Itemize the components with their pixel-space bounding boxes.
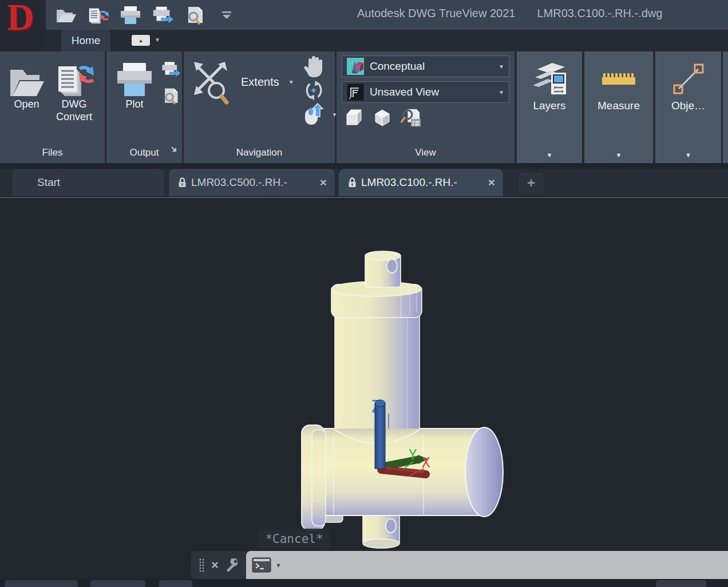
visual-style-value: Conceptual (370, 60, 488, 73)
panel-view: Conceptual ▼ Unsaved View ▼ (337, 51, 515, 163)
close-icon[interactable]: × (211, 558, 219, 573)
application-menu-button[interactable]: D (0, 0, 46, 51)
ucs-y-label: Y (409, 447, 417, 463)
navigation-panel-label[interactable]: Navigation (184, 145, 335, 163)
command-line-dock: × ▼ (191, 551, 728, 579)
batch-plot-small-button[interactable] (160, 61, 181, 79)
panel-measure[interactable]: Measure ▼ (584, 51, 653, 163)
output-panel-label[interactable]: Output (106, 145, 182, 163)
qat-customize-button[interactable] (215, 5, 238, 26)
chevron-down-icon[interactable]: ▼ (547, 152, 553, 163)
tab-home[interactable]: Home (61, 30, 110, 51)
cancel-badge-text: *Cancel* (265, 532, 323, 546)
chevron-down-icon[interactable]: ▼ (275, 562, 282, 569)
ribbon-tab-strip: Home ▲ ▼ (46, 30, 728, 51)
new-tab-button[interactable]: + (519, 172, 544, 194)
zoom-extents-icon (189, 57, 233, 106)
panel-files: Open DWG (0, 51, 105, 163)
iso-cube-button[interactable] (372, 109, 393, 127)
chevron-down-icon (220, 11, 233, 20)
chevron-down-icon: ▼ (155, 37, 160, 43)
plot-big-button[interactable]: Plot (114, 56, 155, 145)
chevron-down-icon[interactable]: ▼ (616, 152, 622, 163)
panel-output: Plot (106, 51, 182, 163)
convert-label-2: Convert (56, 111, 92, 122)
chevron-down-icon: ▼ (498, 89, 504, 96)
pan-hand-icon (303, 54, 324, 78)
document-tab-bar: Start LMR03.C500.-.RH.- × LMR03.C100.-.R… (0, 169, 728, 196)
lock-icon (348, 177, 357, 188)
panel-navigation: Extents ▼ (184, 51, 335, 163)
measure-label: Measure (598, 100, 640, 112)
pan-button[interactable] (303, 57, 324, 76)
dwg-convert-icon (87, 5, 110, 26)
tab-lmr03-c100-active[interactable]: LMR03.C100.-.RH.- × (339, 169, 503, 196)
chevron-down-icon[interactable]: ▼ (685, 152, 691, 163)
tab-start[interactable]: Start (13, 169, 164, 196)
panel-object[interactable]: Obje… ▼ (655, 51, 721, 163)
batch-plot-icon (151, 6, 174, 25)
printer-icon (114, 56, 155, 98)
plot-label: Plot (125, 98, 143, 111)
close-icon[interactable]: × (320, 176, 327, 189)
dwg-convert-big-button[interactable]: DWG Convert (52, 56, 97, 145)
ucs-x-label: X (422, 455, 430, 471)
named-views-button[interactable] (401, 109, 421, 127)
batch-plot-button[interactable] (151, 5, 174, 26)
panel-clipped (723, 51, 728, 163)
object-label: Obje… (671, 100, 705, 112)
window-title: Autodesk DWG TrueView 2021 LMR03.C100.-.… (357, 7, 662, 20)
layout-tab-segment[interactable] (159, 580, 192, 587)
lock-icon (178, 177, 187, 188)
object-line-icon (670, 58, 707, 100)
command-dock-handle[interactable]: × (191, 551, 246, 579)
cube-icon (343, 108, 364, 128)
wrench-icon[interactable] (225, 558, 239, 572)
panel-layers[interactable]: Layers ▼ (517, 51, 582, 163)
chevron-down-icon[interactable]: ▼ (288, 79, 294, 85)
measure-ruler-icon (601, 58, 636, 100)
drawing-viewport[interactable]: Z Y X *Cancel* (0, 199, 728, 587)
3d-model: Z Y X *Cancel* (0, 199, 728, 587)
open-button[interactable] (55, 5, 78, 26)
dwg-convert-button[interactable] (87, 5, 110, 26)
named-views-icon (401, 108, 421, 128)
ribbon: Open DWG (0, 51, 728, 163)
layers-icon (529, 58, 569, 100)
ribbon-minimize-chevron[interactable]: ▼ (155, 37, 160, 43)
document-title: LMR03.C100.-.RH.-.dwg (537, 7, 662, 20)
files-panel-label[interactable]: Files (0, 145, 105, 163)
layout-tab-segment[interactable] (90, 580, 145, 587)
view-panel-label[interactable]: View (337, 145, 515, 163)
dialog-launcher-icon[interactable] (171, 142, 178, 158)
named-view-value: Unsaved View (370, 86, 488, 98)
extents-label: Extents (241, 76, 279, 89)
orbit-icon (303, 79, 324, 102)
plot-button[interactable] (119, 5, 142, 26)
layout-tab-segment[interactable] (5, 580, 78, 587)
ribbon-bottom-gap (0, 163, 728, 169)
open-file-button[interactable]: Open (8, 56, 46, 145)
plot-preview-icon (184, 6, 205, 25)
close-icon[interactable]: × (488, 176, 495, 189)
layout-tab-segment[interactable] (656, 580, 706, 587)
plot-preview-button[interactable] (183, 5, 206, 26)
open-label: Open (14, 98, 39, 111)
quick-access-toolbar (55, 4, 238, 27)
orbit-button[interactable] (303, 81, 324, 100)
command-input[interactable]: ▼ (246, 551, 728, 579)
visual-style-dropdown[interactable]: Conceptual ▼ (342, 55, 509, 77)
box-view-button[interactable] (343, 109, 364, 127)
plus-icon: + (527, 175, 535, 191)
zoom-extents-button[interactable]: Extents ▼ (189, 57, 294, 106)
chevron-down-icon: ▼ (498, 64, 504, 70)
zoom-mouse-button[interactable] (303, 105, 324, 124)
plot-preview-icon (161, 87, 180, 105)
ribbon-minimize-button[interactable]: ▲ (132, 35, 150, 46)
folder-open-icon (8, 56, 46, 98)
tab-lmr03-c500[interactable]: LMR03.C500.-.RH.- × (169, 169, 335, 196)
folder-open-icon (56, 7, 77, 24)
preview-small-button[interactable] (160, 87, 181, 105)
layout-tab-strip (0, 579, 728, 587)
named-view-dropdown[interactable]: Unsaved View ▼ (342, 81, 509, 103)
